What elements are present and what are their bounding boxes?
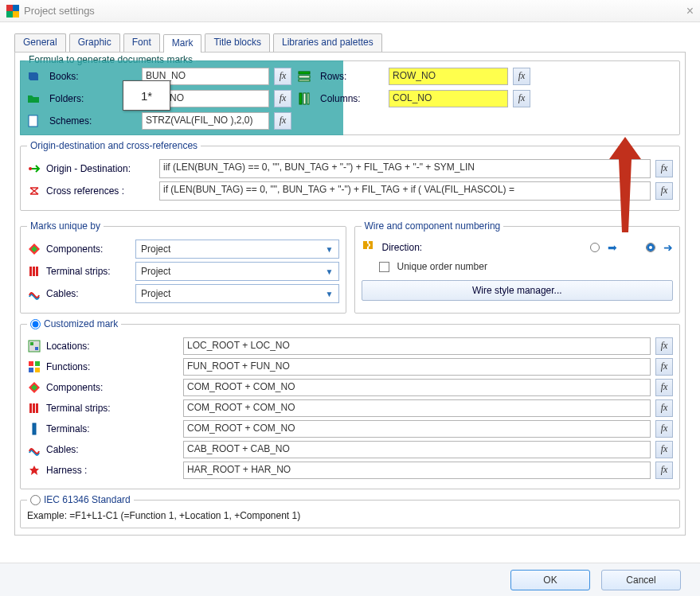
tab-panel-mark: Formula to generate documents marks 1* B… [14, 53, 686, 536]
fx-rows[interactable]: fx [513, 68, 530, 85]
schemes-formula-input[interactable]: STRZ(VAL(FIL_NO ),2,0) [142, 112, 269, 130]
fx-custom-harness[interactable]: fx [655, 462, 673, 479]
columns-icon [298, 92, 311, 105]
unique-section-title: Marks unique by [27, 220, 104, 232]
custom-terminal-strips-input[interactable]: COM_ROOT + COM_NO [183, 399, 651, 417]
tab-title-blocks[interactable]: Title blocks [205, 33, 270, 52]
dialog-footer: OK Cancel [0, 563, 700, 596]
svg-rect-19 [35, 347, 38, 350]
svg-rect-6 [299, 80, 310, 81]
fx-books[interactable]: fx [274, 68, 291, 85]
components-icon [27, 242, 41, 256]
tab-general[interactable]: General [14, 33, 66, 52]
svg-rect-4 [299, 72, 310, 74]
tab-strip: General Graphic Font Mark Title blocks L… [14, 33, 686, 53]
unique-order-label: Unique order number [397, 261, 487, 272]
custom-cables-input[interactable]: CAB_ROOT + CAB_NO [183, 441, 651, 458]
custom-harness-input[interactable]: HAR_ROOT + HAR_NO [183, 462, 651, 479]
schemes-icon [27, 115, 40, 127]
schemes-label: Schemes: [49, 115, 137, 127]
fx-columns[interactable]: fx [513, 90, 530, 107]
fx-custom-cables[interactable]: fx [655, 441, 673, 458]
svg-rect-28 [36, 403, 38, 413]
custom-locations-input[interactable]: LOC_ROOT + LOC_NO [183, 337, 651, 355]
fx-custom-locations[interactable]: fx [655, 337, 673, 355]
direction-radio-down[interactable] [590, 243, 600, 252]
fx-custom-terminal-strips[interactable]: fx [655, 399, 673, 417]
origin-formula-input[interactable]: iif (LEN(BUN_TAG) == 0, "", BUN_TAG + "-… [159, 159, 651, 178]
origin-section: Origin-destination and cross-references … [20, 140, 680, 211]
chevron-down-icon: ▼ [326, 267, 334, 276]
svg-rect-9 [307, 93, 309, 104]
unique-order-checkbox[interactable] [379, 262, 389, 272]
chevron-down-icon: ▼ [326, 290, 334, 298]
tab-libraries[interactable]: Libraries and palettes [273, 33, 382, 52]
arrow-down-icon: ➡ [608, 241, 617, 254]
app-icon [6, 5, 19, 18]
custom-locations-label: Locations: [46, 341, 90, 352]
custom-harness-label: Harness : [46, 465, 87, 476]
fx-custom-terminals[interactable]: fx [655, 420, 673, 438]
wire-style-manager-button[interactable]: Wire style manager... [362, 280, 674, 301]
unique-cables-label: Cables: [46, 288, 79, 299]
fx-folders[interactable]: fx [274, 90, 291, 107]
tab-font[interactable]: Font [123, 33, 160, 52]
functions-icon [27, 360, 41, 374]
fx-schemes[interactable]: fx [274, 112, 291, 130]
custom-mark-radio[interactable] [30, 319, 41, 329]
custom-section: Customized mark Locations:LOC_ROOT + LOC… [20, 318, 680, 489]
xref-icon [27, 184, 41, 198]
unique-tstrips-label: Terminal strips: [46, 266, 111, 277]
cancel-button[interactable]: Cancel [601, 570, 681, 590]
custom-components-input[interactable]: COM_ROOT + COM_NO [183, 379, 651, 396]
fx-custom-functions[interactable]: fx [655, 358, 673, 376]
columns-formula-input[interactable]: COL_NO [389, 90, 508, 107]
unique-cables-select[interactable]: Project▼ [135, 284, 339, 303]
origin-icon [27, 162, 41, 176]
harness-icon [27, 463, 41, 477]
ok-button[interactable]: OK [510, 570, 590, 590]
custom-terminals-label: Terminals: [46, 423, 90, 434]
fx-origin[interactable]: fx [655, 160, 673, 177]
tstrip-icon [27, 264, 41, 279]
svg-rect-26 [29, 403, 32, 413]
fx-custom-components[interactable]: fx [655, 379, 673, 396]
svg-rect-15 [33, 267, 35, 276]
origin-section-title: Origin-destination and cross-references [27, 140, 201, 151]
iec-radio[interactable] [30, 495, 41, 505]
title-bar: Project settings × [0, 0, 700, 22]
svg-rect-8 [303, 93, 306, 104]
callout-1: 1* [123, 80, 170, 111]
custom-terminals-input[interactable]: COM_ROOT + COM_NO [183, 420, 651, 438]
rows-formula-input[interactable]: ROW_NO [389, 68, 508, 85]
svg-rect-23 [35, 368, 40, 372]
close-icon[interactable]: × [686, 4, 694, 18]
unique-tstrips-select[interactable]: Project▼ [135, 262, 339, 281]
svg-rect-18 [30, 342, 33, 345]
custom-cables-label: Cables: [46, 444, 79, 455]
rows-icon [298, 70, 311, 83]
tab-mark[interactable]: Mark [163, 34, 202, 53]
xref-formula-input[interactable]: if (LEN(BUN_TAG) == 0, "", BUN_TAG + "-"… [159, 181, 651, 201]
direction-radio-right[interactable] [646, 243, 655, 252]
iec-section-title: IEC 61346 Standard [44, 494, 131, 505]
tab-graphic[interactable]: Graphic [69, 33, 120, 52]
svg-rect-3 [13, 11, 19, 18]
custom-functions-input[interactable]: FUN_ROOT + FUN_NO [183, 358, 651, 376]
custom-functions-label: Functions: [46, 361, 90, 372]
svg-rect-22 [29, 368, 33, 372]
components-icon [27, 380, 41, 395]
unique-components-label: Components: [46, 243, 103, 255]
svg-rect-1 [13, 5, 19, 11]
xref-label: Cross references : [46, 185, 124, 197]
formula-section-title: Formula to generate documents marks [25, 54, 196, 65]
iec-section: IEC 61346 Standard Example: =F1+L1-C1 (=… [20, 494, 680, 528]
origin-label: Origin - Destination: [46, 163, 131, 174]
unique-components-select[interactable]: Project▼ [135, 240, 339, 259]
svg-rect-2 [6, 11, 13, 18]
cables-icon [27, 286, 41, 301]
fx-xref[interactable]: fx [655, 182, 673, 200]
svg-rect-10 [29, 115, 37, 127]
direction-label: Direction: [382, 242, 423, 253]
wire-section-title: Wire and component numbering [362, 220, 504, 232]
